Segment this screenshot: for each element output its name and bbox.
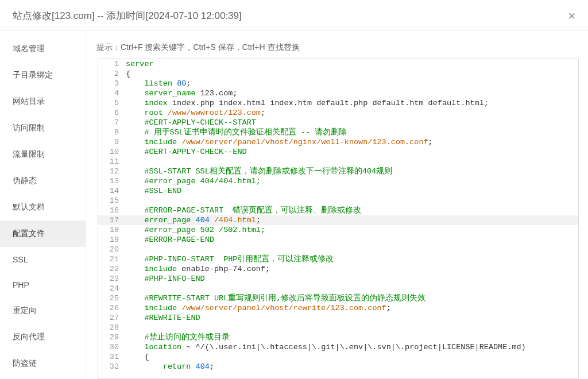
code-line[interactable]: 10 #CERT-APPLY-CHECK--END: [98, 147, 578, 157]
code-line[interactable]: 25 #REWRITE-START URL重写规则引用,修改后将导致面板设置的伪…: [98, 293, 578, 303]
code-line[interactable]: 27 #REWRITE-END: [98, 313, 578, 323]
code-content: [126, 323, 578, 332]
sidebar-item-traffic-limit[interactable]: 流量限制: [0, 141, 86, 168]
code-line[interactable]: 26 include /www/server/panel/vhost/rewri…: [98, 303, 578, 313]
sidebar-item-redirect[interactable]: 重定向: [0, 297, 86, 324]
line-number: 8: [98, 127, 126, 137]
code-content: listen 80;: [126, 79, 578, 88]
code-content: #PHP-INFO-START PHP引用配置，可以注释或修改: [126, 254, 578, 264]
code-line[interactable]: 21 #PHP-INFO-START PHP引用配置，可以注释或修改: [98, 254, 578, 264]
code-content: #error_page 502 /502.html;: [126, 225, 578, 235]
code-line[interactable]: 13 #error_page 404/404.html;: [98, 176, 578, 186]
config-editor[interactable]: 1server2{3 listen 80;4 server_name 123.c…: [98, 59, 579, 379]
code-content: [126, 245, 578, 254]
code-line[interactable]: 15: [98, 196, 578, 206]
code-content: root /www/wwwroot/123.com;: [126, 108, 578, 118]
code-line[interactable]: 5 index index.php index.html index.htm d…: [98, 98, 578, 108]
code-line[interactable]: 22 include enable-php-74.conf;: [98, 264, 578, 274]
line-number: 32: [98, 362, 126, 372]
code-line[interactable]: 19 #ERROR-PAGE-END: [98, 235, 578, 245]
line-number: 18: [98, 225, 126, 235]
code-line[interactable]: 32 return 404;: [98, 362, 578, 372]
line-number: 16: [98, 206, 126, 215]
line-number: 30: [98, 342, 126, 352]
hint-text: 提示：Ctrl+F 搜索关键字，Ctrl+S 保存，Ctrl+H 查找替换: [86, 31, 588, 59]
code-line[interactable]: 24: [98, 284, 578, 293]
line-number: 24: [98, 284, 126, 293]
sidebar-item-reverse-proxy[interactable]: 反向代理: [0, 324, 86, 350]
code-content: #CERT-APPLY-CHECK--START: [126, 118, 578, 127]
code-content: #error_page 404/404.html;: [126, 176, 578, 186]
code-line[interactable]: 1server: [98, 59, 578, 69]
code-line[interactable]: 20: [98, 245, 578, 254]
code-content: return 404;: [126, 362, 578, 372]
line-number: 1: [98, 59, 126, 69]
sidebar-item-config-file[interactable]: 配置文件: [0, 221, 86, 247]
code-line[interactable]: 30 location ~ ^/(\.user.ini|\.htaccess|\…: [98, 342, 578, 352]
line-number: 31: [98, 352, 126, 362]
line-number: 13: [98, 176, 126, 186]
code-line[interactable]: 6 root /www/wwwroot/123.com;: [98, 108, 578, 118]
code-content: #SSL-END: [126, 186, 578, 196]
code-line[interactable]: 18 #error_page 502 /502.html;: [98, 225, 578, 235]
code-content: #CERT-APPLY-CHECK--END: [126, 147, 578, 157]
line-number: 23: [98, 274, 126, 284]
sidebar-item-pseudo-static[interactable]: 伪静态: [0, 168, 86, 194]
line-number: 9: [98, 137, 126, 147]
line-number: 25: [98, 293, 126, 303]
line-number: 14: [98, 186, 126, 196]
code-content: #ERROR-PAGE-END: [126, 235, 578, 245]
code-content: [126, 157, 578, 167]
line-number: 28: [98, 323, 126, 332]
code-line[interactable]: 3 listen 80;: [98, 79, 578, 88]
code-content: [126, 196, 578, 206]
sidebar-item-default-doc[interactable]: 默认文档: [0, 194, 86, 221]
code-line[interactable]: 8 # 用于SSL证书申请时的文件验证相关配置 -- 请勿删除: [98, 127, 578, 137]
code-content: {: [126, 69, 578, 79]
line-number: 29: [98, 332, 126, 342]
code-line[interactable]: 17 error_page 404 /404.html;: [98, 215, 578, 225]
line-number: 21: [98, 254, 126, 264]
line-number: 20: [98, 245, 126, 254]
code-line[interactable]: 29 #禁止访问的文件或目录: [98, 332, 578, 342]
code-content: #REWRITE-START URL重写规则引用,修改后将导致面板设置的伪静态规…: [126, 293, 578, 303]
sidebar-item-domain-manage[interactable]: 域名管理: [0, 36, 86, 62]
code-content: #禁止访问的文件或目录: [126, 332, 578, 342]
code-content: error_page 404 /404.html;: [126, 215, 578, 225]
code-line[interactable]: 4 server_name 123.com;: [98, 88, 578, 98]
code-line[interactable]: 2{: [98, 69, 578, 79]
code-line[interactable]: 16 #ERROR-PAGE-START 错误页配置，可以注释、删除或修改: [98, 206, 578, 215]
code-line[interactable]: 12 #SSL-START SSL相关配置，请勿删除或修改下一行带注释的404规…: [98, 167, 578, 176]
code-line[interactable]: 7 #CERT-APPLY-CHECK--START: [98, 118, 578, 127]
line-number: 2: [98, 69, 126, 79]
sidebar-item-php[interactable]: PHP: [0, 272, 86, 297]
line-number: 26: [98, 303, 126, 313]
line-number: 27: [98, 313, 126, 323]
sidebar-item-subdir-bind[interactable]: 子目录绑定: [0, 62, 86, 88]
code-content: #SSL-START SSL相关配置，请勿删除或修改下一行带注释的404规则: [126, 167, 578, 176]
line-number: 17: [98, 215, 126, 225]
code-content: index index.php index.html index.htm def…: [126, 98, 578, 108]
code-content: location ~ ^/(\.user.ini|\.htaccess|\.gi…: [126, 342, 578, 352]
code-content: #ERROR-PAGE-START 错误页配置，可以注释、删除或修改: [126, 206, 578, 215]
sidebar-item-anti-leech[interactable]: 防盗链: [0, 350, 86, 377]
line-number: 6: [98, 108, 126, 118]
code-line[interactable]: 28: [98, 323, 578, 332]
code-content: #REWRITE-END: [126, 313, 578, 323]
code-content: include enable-php-74.conf;: [126, 264, 578, 274]
sidebar-item-ssl[interactable]: SSL: [0, 247, 86, 272]
sidebar-item-site-dir[interactable]: 网站目录: [0, 88, 86, 115]
code-line[interactable]: 14 #SSL-END: [98, 186, 578, 196]
code-content: [126, 284, 578, 293]
code-line[interactable]: 31 {: [98, 352, 578, 362]
line-number: 15: [98, 196, 126, 206]
code-line[interactable]: 9 include /www/server/panel/vhost/nginx/…: [98, 137, 578, 147]
code-content: include /www/server/panel/vhost/nginx/we…: [126, 137, 578, 147]
sidebar-item-access-limit[interactable]: 访问限制: [0, 115, 86, 141]
close-icon[interactable]: ×: [568, 10, 575, 22]
line-number: 10: [98, 147, 126, 157]
code-line[interactable]: 11: [98, 157, 578, 167]
line-number: 22: [98, 264, 126, 274]
line-number: 19: [98, 235, 126, 245]
code-line[interactable]: 23 #PHP-INFO-END: [98, 274, 578, 284]
